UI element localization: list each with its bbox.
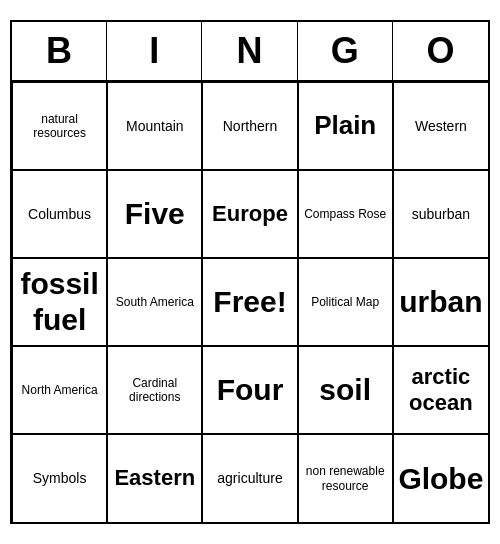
cell-text: Free! [213, 284, 286, 320]
cell-text: Five [125, 196, 185, 232]
bingo-grid: natural resourcesMountainNorthernPlainWe… [12, 82, 488, 522]
cell-text: Plain [314, 110, 376, 141]
bingo-cell: Cardinal directions [107, 346, 202, 434]
bingo-header: BINGO [12, 22, 488, 82]
cell-text: North America [22, 383, 98, 397]
cell-text: Eastern [114, 465, 195, 491]
header-letter: N [202, 22, 297, 80]
cell-text: Cardinal directions [112, 376, 197, 405]
bingo-cell: Compass Rose [298, 170, 393, 258]
cell-text: South America [116, 295, 194, 309]
cell-text: Political Map [311, 295, 379, 309]
bingo-cell: Four [202, 346, 297, 434]
bingo-cell: Europe [202, 170, 297, 258]
bingo-cell: Symbols [12, 434, 107, 522]
cell-text: Northern [223, 118, 277, 135]
cell-text: non renewable resource [303, 464, 388, 493]
cell-text: Mountain [126, 118, 184, 135]
cell-text: fossil fuel [17, 266, 102, 338]
bingo-cell: Free! [202, 258, 297, 346]
cell-text: Globe [398, 461, 483, 497]
header-letter: B [12, 22, 107, 80]
bingo-cell: Columbus [12, 170, 107, 258]
bingo-cell: Western [393, 82, 488, 170]
bingo-cell: Globe [393, 434, 488, 522]
cell-text: arctic ocean [398, 364, 484, 417]
bingo-cell: Political Map [298, 258, 393, 346]
header-letter: G [298, 22, 393, 80]
cell-text: suburban [412, 206, 470, 223]
bingo-cell: Mountain [107, 82, 202, 170]
header-letter: I [107, 22, 202, 80]
bingo-cell: Five [107, 170, 202, 258]
bingo-card: BINGO natural resourcesMountainNorthernP… [10, 20, 490, 524]
bingo-cell: fossil fuel [12, 258, 107, 346]
cell-text: soil [319, 372, 371, 408]
bingo-cell: urban [393, 258, 488, 346]
bingo-cell: non renewable resource [298, 434, 393, 522]
header-letter: O [393, 22, 488, 80]
bingo-cell: South America [107, 258, 202, 346]
cell-text: Europe [212, 201, 288, 227]
cell-text: agriculture [217, 470, 282, 487]
cell-text: Four [217, 372, 284, 408]
cell-text: urban [399, 284, 482, 320]
bingo-cell: natural resources [12, 82, 107, 170]
cell-text: natural resources [17, 112, 102, 141]
cell-text: Compass Rose [304, 207, 386, 221]
bingo-cell: Plain [298, 82, 393, 170]
cell-text: Western [415, 118, 467, 135]
cell-text: Columbus [28, 206, 91, 223]
cell-text: Symbols [33, 470, 87, 487]
bingo-cell: Northern [202, 82, 297, 170]
bingo-cell: North America [12, 346, 107, 434]
bingo-cell: Eastern [107, 434, 202, 522]
bingo-cell: agriculture [202, 434, 297, 522]
bingo-cell: soil [298, 346, 393, 434]
bingo-cell: arctic ocean [393, 346, 488, 434]
bingo-cell: suburban [393, 170, 488, 258]
